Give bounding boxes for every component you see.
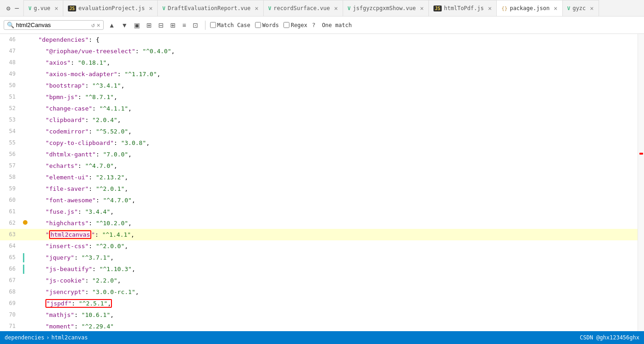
line-number: 63: [4, 229, 23, 240]
tab-g-vue[interactable]: Vg.vue×: [24, 0, 63, 16]
filter-button2[interactable]: ⊟: [156, 20, 166, 30]
line-content: "jspdf": "^2.5.1",: [31, 298, 638, 309]
tab-close-icon[interactable]: ×: [590, 5, 594, 11]
filter-button1[interactable]: ⊞: [144, 20, 154, 30]
line-content: "copy-to-clipboard": "3.0.8",: [31, 137, 638, 149]
code-line-70: 70 "mathjs": "10.6.1",: [0, 309, 638, 321]
match-case-checkbox[interactable]: [210, 22, 216, 28]
breadcrumb-section: dependencies: [5, 334, 44, 341]
search-options: Match Case Words Regex ?: [210, 22, 316, 28]
line-number: 51: [4, 91, 23, 103]
vue-icon: V: [348, 6, 351, 11]
line-content: "font-awesome": "^4.7.0",: [31, 194, 638, 206]
next-match-button[interactable]: ▼: [119, 20, 130, 30]
sidebar-line-indicator: [23, 265, 24, 274]
search-input-wrap[interactable]: 🔍 ↺ ✕: [4, 20, 104, 30]
code-area[interactable]: 46 "dependencies": {47 "@riophae/vue-tre…: [0, 34, 638, 331]
tab-record-surface-vue[interactable]: VrecordSurface.vue×: [264, 0, 343, 16]
tab-draft-evaluation-report-vue[interactable]: VDraftEvaluationReport.vue×: [158, 0, 264, 16]
words-checkbox[interactable]: [255, 22, 261, 28]
tab-package-json[interactable]: {}package.json×: [497, 0, 562, 16]
words-label: Words: [262, 22, 279, 28]
minimize-icon[interactable]: ─: [13, 4, 20, 13]
tab-gyzc[interactable]: Vgyzc×: [563, 0, 599, 16]
line-content: "dependencies": {: [31, 34, 638, 45]
code-line-58: 58 "element-ui": "2.13.2",: [0, 172, 638, 183]
line-number: 69: [4, 298, 23, 309]
vue-icon: V: [268, 6, 272, 11]
line-number: 67: [4, 275, 23, 286]
regex-checkbox[interactable]: [283, 22, 289, 28]
line-number: 71: [4, 321, 23, 331]
line-indicator: [23, 217, 31, 229]
code-line-68: 68 "jsencrypt": "3.0.0-rc.1",: [0, 286, 638, 298]
code-line-63: 63 "html2canvas": "^1.4.1",: [0, 229, 638, 240]
code-line-55: 55 "copy-to-clipboard": "3.0.8",: [0, 137, 638, 149]
tab-label: package.json: [510, 5, 550, 11]
line-number: 53: [4, 114, 23, 126]
tab-close-icon[interactable]: ×: [55, 5, 58, 11]
settings-icon[interactable]: ⚙: [5, 4, 12, 13]
tab-label: htmlToPdf.js: [444, 5, 484, 11]
close-search-icon[interactable]: ✕: [97, 22, 100, 28]
filter-button4[interactable]: ≡: [180, 20, 188, 30]
line-content: "element-ui": "2.13.2",: [31, 172, 638, 183]
status-bar: dependencies › html2canvas CSDN @ghx1234…: [0, 331, 644, 344]
line-content: "file-saver": "^2.0.1",: [31, 183, 638, 194]
line-content: "axios-mock-adapter": "^1.17.0",: [31, 68, 638, 80]
search-help-icon[interactable]: ?: [312, 22, 316, 28]
code-line-67: 67 "js-cookie": "2.2.0",: [0, 275, 638, 286]
tab-close-icon[interactable]: ×: [255, 5, 258, 11]
line-content: "dhtmlx-gantt": "7.0.0",: [31, 149, 638, 160]
code-line-62: 62 "highcharts": "^10.2.0",: [0, 217, 638, 229]
line-number: 59: [4, 183, 23, 194]
tab-close-icon[interactable]: ×: [420, 5, 424, 11]
line-number: 46: [4, 34, 23, 45]
editor-button[interactable]: ▣: [132, 20, 142, 30]
line-content: "highcharts": "^10.2.0",: [31, 217, 638, 229]
tab-label: g.vue: [34, 5, 50, 11]
tab-jsfgyz-vue[interactable]: VjsfgyzcpgxmShow.vue×: [343, 0, 429, 16]
line-number: 64: [4, 240, 23, 252]
search-result-count: One match: [322, 22, 352, 28]
orange-dot-indicator: [23, 220, 28, 225]
line-content: "js-cookie": "2.2.0",: [31, 275, 638, 286]
line-content: "axios": "0.18.1",: [31, 57, 638, 68]
search-icon: 🔍: [7, 22, 14, 28]
code-line-61: 61 "fuse.js": "3.4.4",: [0, 206, 638, 217]
match-case-option[interactable]: Match Case: [210, 22, 250, 28]
regex-option[interactable]: Regex: [283, 22, 307, 28]
code-line-57: 57 "echarts": "^4.7.0",: [0, 160, 638, 172]
tab-close-icon[interactable]: ×: [334, 5, 338, 11]
line-number: 65: [4, 252, 23, 263]
regex-label: Regex: [291, 22, 307, 28]
tab-close-icon[interactable]: ×: [554, 5, 557, 11]
clear-search-icon[interactable]: ↺: [91, 22, 95, 28]
vue-icon: V: [567, 6, 571, 11]
tab-close-icon[interactable]: ×: [149, 5, 153, 11]
line-number: 49: [4, 68, 23, 80]
line-content: "bootstrap": "^3.4.1",: [31, 80, 638, 91]
line-number: 50: [4, 80, 23, 91]
tab-label: evaluationProject.js: [78, 5, 145, 11]
code-line-60: 60 "font-awesome": "^4.7.0",: [0, 194, 638, 206]
line-content: "insert-css": "^2.0.0",: [31, 240, 638, 252]
tab-evaluation-project-js[interactable]: JSevaluationProject.js×: [63, 0, 158, 16]
line-content: "jquery": "^3.7.1",: [31, 252, 638, 263]
filter-button3[interactable]: ⊞: [168, 20, 178, 30]
line-number: 68: [4, 286, 23, 298]
jspdf-match-box: "jspdf": "^2.5.1",: [45, 299, 112, 308]
search-input[interactable]: [16, 22, 89, 28]
line-content: "codemirror": "^5.52.0",: [31, 126, 638, 137]
line-content: "@riophae/vue-treeselect": "^0.4.0",: [31, 45, 638, 57]
match-case-label: Match Case: [217, 22, 250, 28]
code-line-71: 71 "moment": "^2.29.4": [0, 321, 638, 331]
tab-close-icon[interactable]: ×: [488, 5, 492, 11]
words-option[interactable]: Words: [255, 22, 279, 28]
line-content: "echarts": "^4.7.0",: [31, 160, 638, 172]
tab-html-to-pdf-js[interactable]: JShtmlToPdf.js×: [429, 0, 497, 16]
filter-button5[interactable]: ⊡: [190, 20, 200, 30]
prev-match-button[interactable]: ▲: [106, 20, 117, 30]
search-nav-actions: ▲ ▼ ▣ ⊞ ⊟ ⊞ ≡ ⊡: [106, 20, 200, 30]
line-content: "html2canvas": "^1.4.1",: [31, 229, 638, 240]
